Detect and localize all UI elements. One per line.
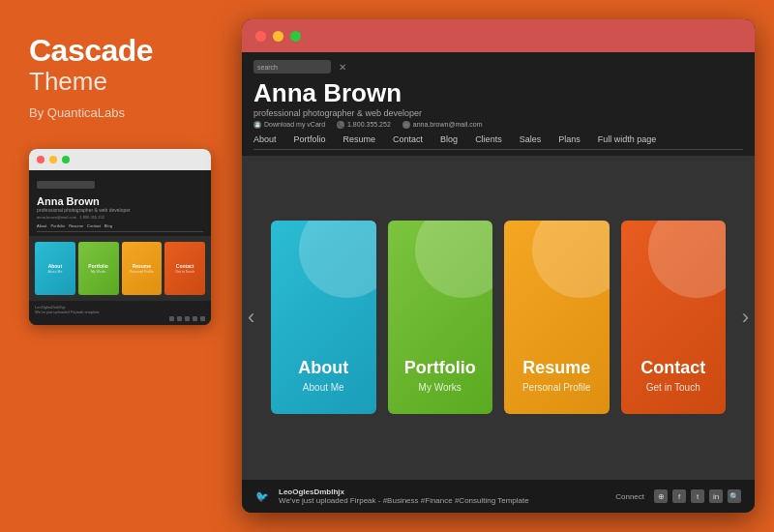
small-card-contact: Contact Get in Touch (164, 242, 205, 295)
twitter-icon[interactable]: t (691, 489, 704, 503)
prev-arrow[interactable]: ‹ (248, 305, 254, 330)
small-card-portfolio-sub: My Works (91, 270, 106, 274)
contact-email: ✉ anna.brown@mail.com (402, 121, 483, 129)
search-icon[interactable]: 🔍 (728, 489, 741, 503)
persona-contacts: 📇 Download my vCard 📞 1.800.355.252 ✉ an… (253, 121, 743, 129)
card-resume[interactable]: Resume Personal Profile (504, 221, 610, 414)
social-icons: ⊕ f t in 🔍 (654, 489, 741, 503)
nav-item-fullwidth[interactable]: Full width page (598, 134, 657, 144)
left-panel: Cascade Theme By QuanticaLabs Anna Brown… (0, 0, 240, 532)
contact-phone-text: 1.800.355.252 (347, 121, 391, 128)
small-header: Anna Brown professional photographer & w… (29, 170, 211, 236)
small-li-icon (193, 316, 197, 321)
small-footer: LeoOglesDmblhjx We've just uploaded Firp… (29, 301, 211, 325)
card-portfolio-circle (415, 221, 492, 298)
small-tagline: professional photographer & web develope… (37, 207, 203, 213)
vcard-icon: 📇 (253, 121, 261, 129)
card-contact-circle (648, 221, 726, 298)
footer-tweet: LeoOglesDmblhjx We've just uploaded Firp… (279, 488, 606, 505)
card-contact[interactable]: Contact Get in Touch (621, 221, 727, 414)
small-card-portfolio-label: Portfolio (88, 263, 108, 269)
small-card-about-sub: About Me (47, 270, 62, 274)
large-preview-window: search ✕ Anna Brown professional photogr… (242, 19, 755, 513)
card-resume-label: Resume (522, 358, 590, 378)
small-card-resume-sub: Personal Profile (130, 270, 154, 274)
browser-close-x[interactable]: ✕ (339, 62, 346, 73)
nav-item-plans[interactable]: Plans (558, 134, 580, 144)
small-card-resume: Resume Personal Profile (122, 242, 163, 295)
large-content: search ✕ Anna Brown professional photogr… (242, 52, 755, 513)
large-dot-yellow[interactable] (273, 31, 283, 42)
small-footer-icons (35, 316, 205, 321)
card-about-circle (299, 221, 376, 298)
persona-tagline: professional photographer & web develope… (253, 108, 743, 118)
browser-header: search ✕ Anna Brown professional photogr… (242, 52, 755, 156)
small-nav-item: Blog (104, 223, 112, 228)
nav-item-clients[interactable]: Clients (475, 134, 502, 144)
small-card-portfolio: Portfolio My Works (78, 242, 119, 295)
small-nav-item: Resume (69, 223, 83, 228)
small-nav-item: Portfolio (50, 223, 65, 228)
browser-search-text: search (257, 64, 278, 71)
tweet-user: LeoOglesDmblhjx (279, 488, 344, 496)
contact-vcard: 📇 Download my vCard (253, 121, 325, 129)
small-tw-icon (185, 316, 190, 321)
small-search-bar (37, 181, 95, 189)
nav-item-resume[interactable]: Resume (343, 134, 376, 144)
small-titlebar (29, 149, 211, 170)
card-portfolio[interactable]: Portfolio My Works (388, 221, 493, 414)
facebook-icon[interactable]: f (672, 489, 686, 503)
theme-title: Cascade (29, 35, 211, 66)
contact-email-text: anna.brown@mail.com (413, 121, 483, 128)
small-card-about-label: About (48, 263, 62, 269)
large-dot-red[interactable] (255, 31, 266, 42)
connect-label: Connect (615, 492, 644, 501)
large-dot-green[interactable] (290, 31, 301, 42)
small-card-resume-label: Resume (133, 263, 151, 269)
small-card-contact-sub: Get in Touch (175, 270, 194, 274)
nav-item-about[interactable]: About (253, 134, 277, 144)
next-arrow[interactable]: › (742, 305, 749, 330)
nav-item-portfolio[interactable]: Portfolio (294, 134, 326, 144)
card-contact-label: Contact (640, 358, 705, 378)
card-about[interactable]: About About Me (271, 221, 376, 414)
browser-footer: 🐦 LeoOglesDmblhjx We've just uploaded Fi… (242, 480, 755, 513)
small-cards-area: About About Me Portfolio My Works Resume… (29, 236, 211, 301)
small-preview-window: Anna Brown professional photographer & w… (29, 149, 211, 325)
small-dot-red[interactable] (37, 156, 45, 163)
small-nav-item: Contact (87, 223, 101, 228)
twitter-bird-icon: 🐦 (255, 490, 269, 503)
nav-item-sales[interactable]: Sales (520, 134, 542, 144)
tweet-text: We've just uploaded Firpeak - #Business … (279, 496, 529, 505)
card-contact-sub: Get in Touch (646, 382, 700, 393)
small-card-contact-label: Contact (176, 263, 194, 269)
small-name: Anna Brown (37, 195, 203, 207)
small-nav: About Portfolio Resume Contact Blog (37, 223, 203, 232)
nav-item-blog[interactable]: Blog (440, 134, 458, 144)
rss-icon[interactable]: ⊕ (654, 489, 668, 503)
small-fb-icon (177, 316, 182, 321)
contact-phone: 📞 1.800.355.252 (337, 121, 391, 129)
browser-search-row: search ✕ (253, 60, 743, 74)
small-rss-icon (169, 316, 174, 321)
small-content: Anna Brown professional photographer & w… (29, 170, 211, 325)
linkedin-icon[interactable]: in (709, 489, 723, 503)
small-footer-tweet: We've just uploaded Firpeak template (35, 310, 205, 314)
small-dot-yellow[interactable] (49, 156, 57, 163)
small-dot-green[interactable] (62, 156, 70, 163)
card-portfolio-label: Portfolio (404, 358, 476, 378)
small-card-about: About About Me (35, 242, 75, 295)
browser-nav: About Portfolio Resume Contact Blog Clie… (253, 129, 743, 150)
card-area: ‹ About About Me Portfolio My Works Resu… (242, 156, 755, 480)
email-icon: ✉ (402, 121, 410, 129)
small-info-row: anna.brown@mail.com 1.800.355.252 (37, 215, 203, 220)
large-titlebar (242, 19, 755, 52)
theme-by: By QuanticaLabs (29, 105, 211, 120)
browser-search-box[interactable]: search (253, 60, 331, 74)
small-sr-icon (200, 316, 205, 321)
card-resume-sub: Personal Profile (522, 382, 591, 393)
card-resume-circle (532, 221, 610, 298)
nav-item-contact[interactable]: Contact (393, 134, 423, 144)
card-about-sub: About Me (303, 382, 344, 393)
persona-name: Anna Brown (253, 79, 743, 107)
